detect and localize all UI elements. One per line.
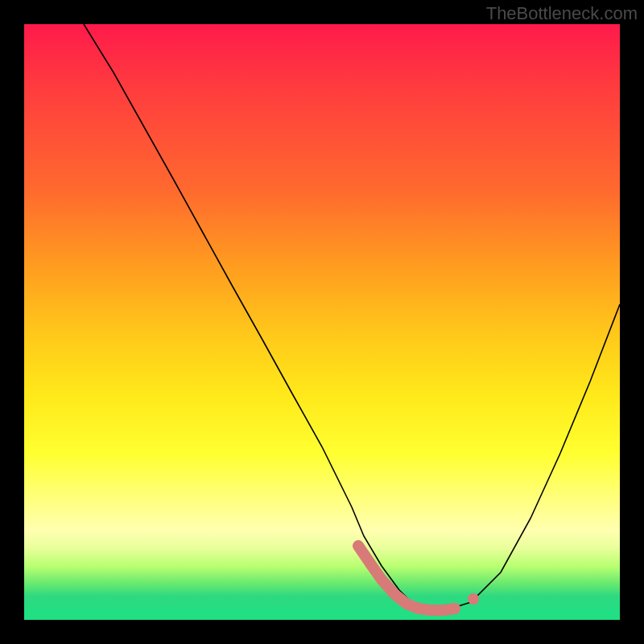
bottleneck-curve <box>84 24 620 608</box>
chart-frame: TheBottleneck.com <box>0 0 644 644</box>
highlighted-dot-marker <box>468 593 479 605</box>
watermark-text: TheBottleneck.com <box>486 3 638 24</box>
highlighted-range-marker <box>358 546 455 610</box>
chart-plot-area <box>24 24 620 620</box>
chart-svg <box>24 24 620 620</box>
